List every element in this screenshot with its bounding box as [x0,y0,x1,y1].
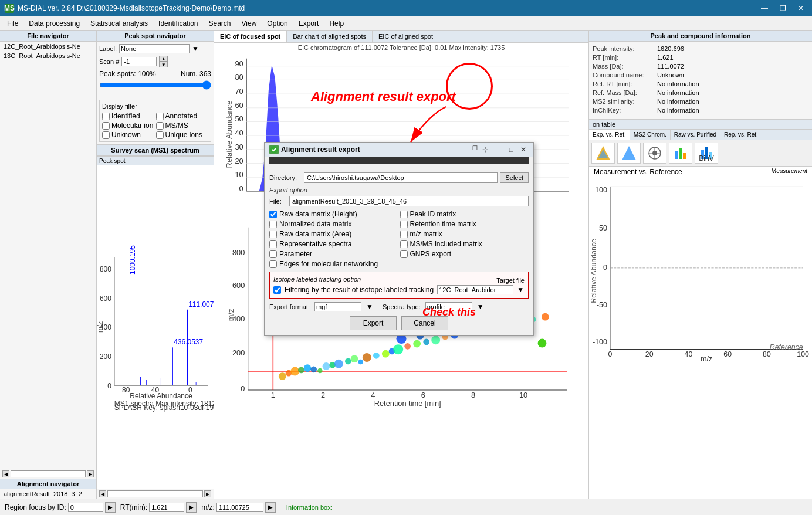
filter-molecular-ion-cb[interactable] [102,122,110,130]
file-nav-right-arrow[interactable]: ▶ [87,470,94,477]
filter-unique-ions-label: Unique ions [165,131,202,139]
label-label: Label: [99,45,117,52]
right-tab-exp-vs-ref[interactable]: Exp. vs. Ref. [589,130,630,140]
alignment-nav-item[interactable]: alignmentResult_2018_3_2 [0,489,96,499]
peak-nav-scrollbar[interactable] [107,490,203,497]
label-select[interactable]: None [119,44,190,53]
info-ref-mass: Ref. Mass [Da]: No information [593,89,808,96]
right-tab-raw-vs-purified[interactable]: Raw vs. Purified [671,130,720,140]
ref-mass-value: No information [657,89,699,96]
cb-raw-area-input[interactable] [269,231,277,238]
tab-eic-aligned[interactable]: EIC of aligned spot [373,31,439,42]
cb-msms-included-input[interactable] [400,240,408,248]
filter-msms-cb[interactable] [156,122,164,130]
spectra-type-select[interactable]: profile [425,302,472,311]
export-option-label: Export option [269,187,529,194]
scan-down-arrow[interactable]: ▼ [159,62,168,67]
ref-mass-label: Ref. Mass [Da]: [593,89,657,96]
cb-edges-input[interactable] [269,260,277,268]
target-file-select[interactable]: 12C_Root_Arabidor [437,285,513,294]
info-ms2-similarity: MS2 similarity: No information [593,98,808,105]
label-row: Label: None ▼ [99,44,211,53]
isotope-filter-label: Filtering by the result of isotope label… [285,286,434,294]
file-nav-scroll: ◀ ▶ [0,469,96,479]
cb-mz-matrix-input[interactable] [400,231,408,238]
compound-name-label: Compound name: [593,72,657,79]
target-file-label: Target file [496,277,525,284]
menu-data-processing[interactable]: Data processing [24,18,84,29]
peak-nav-left-arrow[interactable]: ◀ [99,490,106,497]
cb-retention-time-input[interactable] [400,221,408,228]
menu-option[interactable]: Option [262,18,292,29]
export-format-select[interactable]: mgf [314,302,361,311]
svg-text:90: 90 [235,59,243,68]
tab-bar-chart[interactable]: Bar chart of aligned spots [287,31,373,42]
dialog-close-btn[interactable]: ✕ [518,145,529,154]
filter-annotated-cb[interactable] [156,113,164,120]
cb-rep-spectra-label: Representative spectra [279,240,351,248]
mz-status-input[interactable] [216,503,263,512]
file-nav-left-arrow[interactable]: ◀ [2,470,9,477]
menu-view[interactable]: View [237,18,262,29]
maximize-btn[interactable]: ❐ [776,3,790,13]
scan-input[interactable] [121,57,157,66]
file-item-13c[interactable]: 13C_Root_Arabidopsis-Ne [0,51,96,60]
filter-unknown-cb[interactable] [102,131,110,139]
inchikey-value: No information [657,107,699,114]
isotope-filter-cb[interactable] [273,286,281,294]
svg-text:600: 600 [232,281,245,290]
cb-parameter-input[interactable] [269,250,277,258]
directory-input[interactable] [304,172,498,183]
minimize-btn[interactable]: — [757,3,772,13]
dialog-title-text: Alignment result export [281,145,360,154]
right-tab-ms2-chrom[interactable]: MS2 Chrom. [630,130,671,140]
svg-point-94 [542,313,549,321]
menu-identification[interactable]: Identification [154,18,202,29]
checkbox-grid: Raw data matrix (Height) Peak ID matrix … [269,210,529,268]
chart-icon-4[interactable] [669,143,692,164]
region-focus-input[interactable] [68,503,103,512]
close-btn[interactable]: ✕ [794,3,807,13]
chart-icon-2[interactable] [617,143,641,164]
scan-up-arrow[interactable]: ▲ [159,56,168,62]
file-item-12c[interactable]: 12C_Root_Arabidopsis-Ne [0,42,96,51]
dialog-maximize-btn[interactable]: □ [507,145,516,154]
menu-bar: File Data processing Statistical analysi… [0,16,812,31]
rt-status-btn[interactable]: ▶ [186,502,197,513]
menu-help[interactable]: Help [324,18,349,29]
rt-status-input[interactable] [149,503,184,512]
chart-icon-1[interactable] [591,143,615,164]
region-focus-btn[interactable]: ▶ [105,502,116,513]
mz-status-btn[interactable]: ▶ [265,502,276,513]
right-tab-rep-vs-ref[interactable]: Rep. vs. Ref. [720,130,762,140]
cancel-btn[interactable]: Cancel [401,316,448,330]
peak-spots-slider[interactable] [99,80,211,90]
filter-unique-ions-cb[interactable] [156,131,164,139]
file-input[interactable] [289,196,529,206]
chart-icon-3[interactable] [643,143,666,164]
tab-eic-focused[interactable]: EIC of focused spot [214,31,287,42]
peak-nav-right-arrow[interactable]: ▶ [204,490,211,497]
select-directory-btn[interactable]: Select [500,172,529,183]
menu-file[interactable]: File [2,18,23,29]
export-btn[interactable]: Export [350,316,397,330]
dialog-pin-btn[interactable]: ⊹ [480,145,490,154]
svg-text:Relative Abundance: Relative Abundance [130,392,192,400]
cb-normalized-input[interactable] [269,221,277,228]
title-bar: MS MS-DIAL ver. 2.84 D:\20180329-Msdiall… [0,0,812,16]
title-bar-controls: — ❐ ✕ [757,3,807,13]
file-nav-scrollbar[interactable] [11,470,86,477]
cb-gnps-input[interactable] [400,250,408,258]
filter-unique-ions: Unique ions [156,131,209,139]
chart-icon-binv[interactable]: BinV [695,143,718,164]
dialog-minimize-btn[interactable]: — [493,145,505,154]
filter-identified-cb[interactable] [102,113,110,120]
menu-search[interactable]: Search [204,18,236,29]
cb-raw-height-input[interactable] [269,211,277,218]
menu-statistical[interactable]: Statistical analysis [86,18,153,29]
alignment-nav-header: Alignment navigator [0,479,96,489]
menu-export[interactable]: Export [294,18,324,29]
cb-peak-id-input[interactable] [400,211,408,218]
spectra-type-dropdown-arrow: ▼ [477,303,484,311]
cb-rep-spectra-input[interactable] [269,240,277,248]
